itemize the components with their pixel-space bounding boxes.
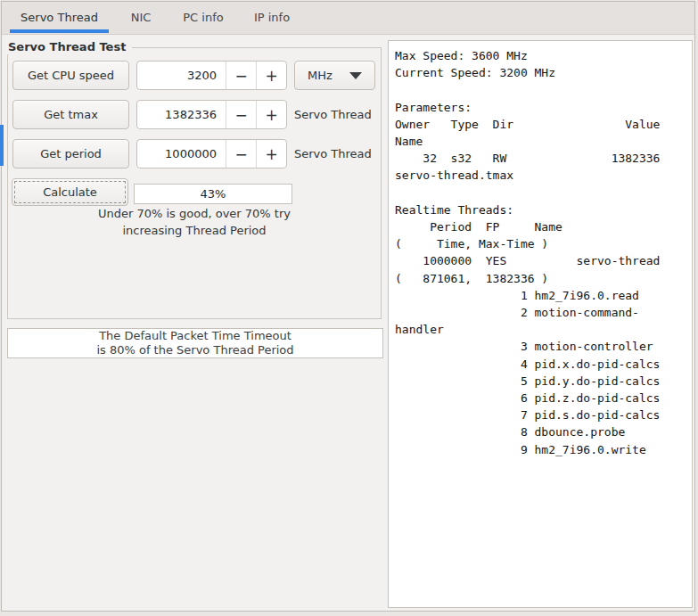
cpu-speed-spinbutton: 3200 − + <box>136 61 287 90</box>
scroll-indicator-bar <box>0 125 4 166</box>
result-entry[interactable]: 43% <box>134 184 292 204</box>
spin-increment-button[interactable]: + <box>256 62 286 89</box>
tmax-thread-label: Servo Thread <box>294 100 372 129</box>
unit-dropdown[interactable]: MHz <box>294 61 375 90</box>
tmax-value[interactable]: 1382336 <box>137 101 226 128</box>
spin-increment-button[interactable]: + <box>256 101 286 128</box>
spin-decrement-button[interactable]: − <box>226 62 256 89</box>
tmax-spinbutton: 1382336 − + <box>136 100 287 129</box>
unit-dropdown-value: MHz <box>308 69 333 82</box>
cpu-speed-value[interactable]: 3200 <box>137 62 226 89</box>
period-spinbutton: 1000000 − + <box>136 139 287 168</box>
dropdown-arrow-icon <box>349 72 362 79</box>
tab-servo-thread[interactable]: Servo Thread <box>10 4 109 30</box>
tab-nic[interactable]: NIC <box>113 4 168 30</box>
output-text: Max Speed: 3600 MHz Current Speed: 3200 … <box>389 41 692 458</box>
frame-title: Servo Thread Test <box>7 40 132 54</box>
note-line1: The Default Packet Time Timeout <box>99 329 292 343</box>
output-textview[interactable]: Max Speed: 3600 MHz Current Speed: 3200 … <box>388 40 693 608</box>
calculate-button[interactable]: Calculate <box>12 178 128 206</box>
get-cpu-speed-button[interactable]: Get CPU speed <box>12 61 129 90</box>
spin-decrement-button[interactable]: − <box>226 101 256 128</box>
active-tab-indicator <box>10 29 109 33</box>
mesa-configuration-window: Servo Thread NIC PC info IP info Servo T… <box>0 0 698 616</box>
tab-pc-info[interactable]: PC info <box>172 4 234 30</box>
get-period-button[interactable]: Get period <box>12 139 129 168</box>
get-tmax-button[interactable]: Get tmax <box>12 100 129 129</box>
hint-text-line2: increasing Thread Period <box>8 224 381 237</box>
note-line2: is 80% of the Servo Thread Period <box>96 343 293 357</box>
period-thread-label: Servo Thread <box>294 139 372 168</box>
hint-text-line1: Under 70% is good, over 70% try <box>8 207 381 220</box>
packet-timeout-note: The Default Packet Time Timeout is 80% o… <box>7 328 383 358</box>
period-value[interactable]: 1000000 <box>137 140 226 168</box>
tab-ip-info[interactable]: IP info <box>239 4 305 30</box>
spin-increment-button[interactable]: + <box>256 140 286 168</box>
spin-decrement-button[interactable]: − <box>226 140 256 168</box>
